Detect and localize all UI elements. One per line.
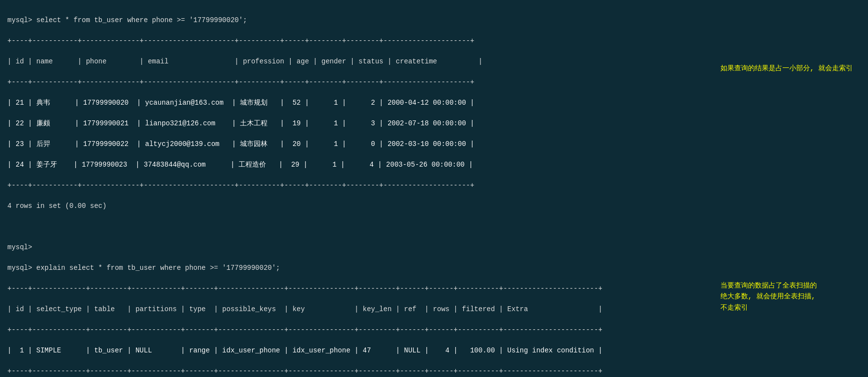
prompt-empty: mysql> [7,243,32,251]
line-18: +----+-------------+---------+----------… [7,366,861,377]
row-5: | 1 | SIMPLE | tb_user | NULL | range | … [7,347,602,354]
border-2: +----+-----------+--------------+-------… [7,78,474,86]
header-2: | id | select_type | table | partitions … [7,305,602,313]
border-1: +----+-----------+--------------+-------… [7,37,474,45]
line-12: mysql> [7,242,861,253]
result-1: 4 rows in set (0.00 sec) [7,202,107,210]
annotation-index-small: 如果查询的结果是占一小部分, 就会走索引 [720,63,858,74]
row-1: | 21 | 典韦 | 17799990020 | ycaunanjian@16… [7,99,474,107]
terminal-window: mysql> select * from tb_user where phone… [0,0,868,377]
row-4: | 24 | 姜子牙 | 17799990023 | 37483844@qq.c… [7,161,473,169]
line-6: | 22 | 廉颇 | 17799990021 | lianpo321@126.… [7,118,861,129]
line-5: | 21 | 典韦 | 17799990020 | ycaunanjian@16… [7,98,861,108]
row-2: | 22 | 廉颇 | 17799990021 | lianpo321@126.… [7,119,474,127]
border-6: +----+-------------+---------+----------… [7,367,602,375]
line-7: | 23 | 后羿 | 17799990022 | altycj2000@139… [7,139,861,149]
line-17: | 1 | SIMPLE | tb_user | NULL | range | … [7,346,861,356]
border-4: +----+-------------+---------+----------… [7,285,602,292]
prompt-2: mysql> explain select * from tb_user whe… [7,264,280,272]
line-11 [7,222,861,232]
border-5: +----+-------------+---------+----------… [7,326,602,334]
line-2: +----+-----------+--------------+-------… [7,36,861,46]
line-4: +----+-----------+--------------+-------… [7,77,861,87]
line-16: +----+-------------+---------+----------… [7,325,861,335]
annotation-full-scan: 当要查询的数据占了全表扫描的 绝大多数, 就会使用全表扫描, 不走索引 [720,280,858,313]
line-1: mysql> select * from tb_user where phone… [7,15,861,26]
line-8: | 24 | 姜子牙 | 17799990023 | 37483844@qq.c… [7,160,861,170]
line-10: 4 rows in set (0.00 sec) [7,201,861,211]
row-3: | 23 | 后羿 | 17799990022 | altycj2000@139… [7,140,474,148]
prompt-1: mysql> select * from tb_user where phone… [7,16,247,24]
header-1: | id | name | phone | email | profession… [7,58,482,65]
line-9: +----+-----------+--------------+-------… [7,180,861,191]
border-3: +----+-----------+--------------+-------… [7,181,474,189]
line-13: mysql> explain select * from tb_user whe… [7,263,861,273]
